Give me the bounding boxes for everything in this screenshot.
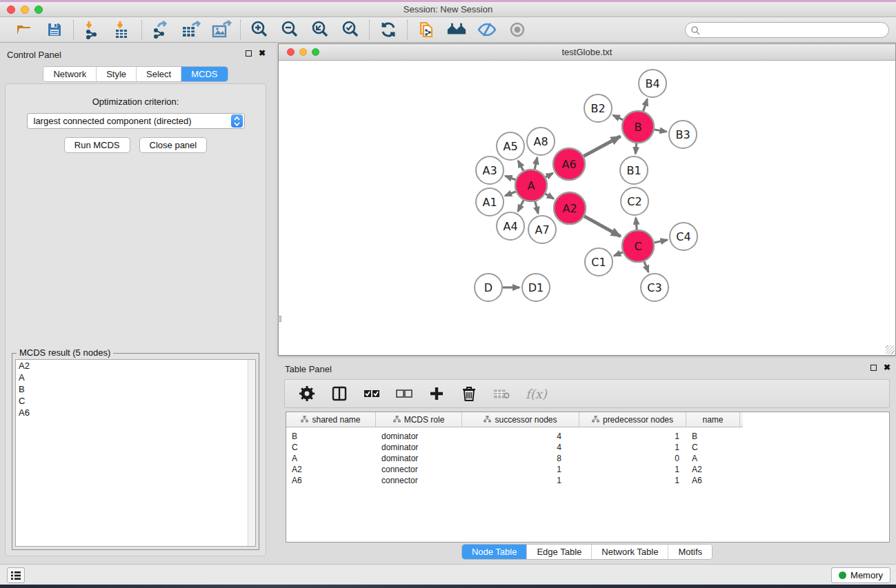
node-table[interactable]: shared nameMCDS rolesuccessor nodesprede…	[286, 412, 890, 543]
table-cell[interactable]: 1	[462, 464, 579, 475]
table-cell[interactable]: 4	[462, 431, 579, 442]
table-row[interactable]: Bdominator41B	[286, 431, 889, 442]
export-table-icon[interactable]	[181, 19, 201, 40]
import-network-icon[interactable]	[82, 19, 103, 40]
table-row[interactable]: Adominator80A	[286, 453, 889, 464]
table-cell[interactable]: A2	[286, 464, 376, 475]
table-row[interactable]: A2connector11A2	[286, 464, 889, 475]
graph-edge-A-A6[interactable]	[546, 173, 553, 177]
graph-edge-B-B4[interactable]	[644, 99, 648, 111]
graph-edge-A6-B[interactable]	[584, 136, 620, 156]
column-header-name[interactable]: name	[686, 412, 740, 427]
tab-select[interactable]: Select	[137, 67, 181, 81]
graph-node-C[interactable]: C	[622, 230, 654, 262]
graph-edge-C-C1[interactable]	[614, 252, 622, 256]
graph-node-A3[interactable]: A3	[476, 156, 504, 184]
zoom-in-icon[interactable]	[249, 19, 270, 40]
graph-edge-B-B1[interactable]	[635, 143, 636, 154]
graph-edge-B-B2[interactable]	[613, 115, 623, 120]
table-cell[interactable]: 4	[462, 442, 579, 453]
graph-node-D1[interactable]: D1	[522, 274, 550, 301]
table-cell[interactable]: connector	[376, 475, 462, 486]
close-panel-button[interactable]: Close panel	[139, 137, 208, 153]
export-image-icon[interactable]	[211, 19, 232, 40]
tab-style[interactable]: Style	[97, 67, 137, 81]
table-cell[interactable]: 0	[579, 453, 686, 464]
graph-edge-C-C3[interactable]	[644, 261, 648, 272]
table-cell[interactable]: connector	[376, 464, 462, 475]
import-table-icon[interactable]	[112, 19, 133, 40]
graph-node-A6[interactable]: A6	[553, 148, 585, 180]
mcds-result-item[interactable]: A2	[16, 360, 255, 372]
mcds-result-item[interactable]: C	[16, 395, 255, 407]
graph-edge-A-A5[interactable]	[518, 161, 524, 171]
table-cell[interactable]: A6	[686, 475, 740, 486]
select-all-icon[interactable]	[364, 385, 380, 402]
close-table-panel-icon[interactable]: ✖	[884, 364, 890, 371]
graph-node-A4[interactable]: A4	[497, 212, 524, 240]
graph-node-B1[interactable]: B1	[620, 156, 648, 184]
table-cell[interactable]: A	[686, 453, 740, 464]
scrollbar-track[interactable]	[248, 360, 255, 546]
network-canvas[interactable]: B4B2BB3B1C2A5A8A6A3AA1A2A4A7CC4C1C3DD1	[279, 61, 895, 355]
graph-node-C3[interactable]: C3	[641, 274, 668, 301]
tab-mcds[interactable]: MCDS	[181, 67, 227, 81]
graph-node-B[interactable]: B	[622, 111, 654, 143]
refresh-icon[interactable]	[378, 19, 399, 40]
graph-edge-A-A2[interactable]	[546, 194, 554, 199]
float-table-panel-icon[interactable]	[870, 365, 877, 371]
table-cell[interactable]: dominator	[376, 442, 462, 453]
graph-node-B4[interactable]: B4	[639, 70, 666, 97]
graph-node-C1[interactable]: C1	[585, 248, 613, 276]
graph-node-D[interactable]: D	[475, 274, 502, 301]
tab-network[interactable]: Network	[43, 67, 97, 81]
graph-edge-A-A3[interactable]	[506, 176, 516, 179]
graph-edge-A-A7[interactable]	[535, 201, 538, 213]
graph-edge-A-A1[interactable]	[505, 192, 515, 196]
column-header-successor-nodes[interactable]: successor nodes	[462, 412, 579, 427]
table-cell[interactable]: C	[686, 442, 740, 453]
table-cell[interactable]: 1	[579, 442, 686, 453]
graph-node-C2[interactable]: C2	[621, 187, 648, 215]
split-resize-handle[interactable]	[278, 316, 281, 322]
delete-icon[interactable]	[461, 385, 477, 402]
graph-node-A1[interactable]: A1	[476, 188, 504, 216]
mcds-result-item[interactable]: A	[16, 372, 255, 383]
zoom-out-icon[interactable]	[279, 19, 300, 40]
function-builder-icon[interactable]: f(x)	[526, 387, 547, 401]
table-row[interactable]: A6connector11A6	[286, 475, 889, 486]
show-panel-eye-icon[interactable]	[507, 19, 528, 40]
zoom-fit-icon[interactable]	[310, 19, 330, 40]
float-panel-icon[interactable]	[246, 50, 252, 57]
table-cell[interactable]: C	[286, 442, 376, 453]
save-session-icon[interactable]	[44, 19, 65, 40]
export-network-icon[interactable]	[150, 19, 171, 40]
table-cell[interactable]: 1	[579, 475, 686, 486]
graph-node-A7[interactable]: A7	[528, 216, 556, 243]
graph-node-C4[interactable]: C4	[670, 223, 697, 250]
memory-button[interactable]: Memory	[831, 567, 890, 583]
graph-edge-A-A8[interactable]	[535, 157, 537, 169]
table-row[interactable]: Cdominator41C	[286, 442, 889, 453]
table-cell[interactable]: B	[686, 431, 740, 442]
graph-node-B3[interactable]: B3	[669, 121, 697, 148]
add-column-icon[interactable]	[428, 385, 445, 402]
tab-network-table[interactable]: Network Table	[592, 545, 668, 559]
graph-edge-A-A4[interactable]	[518, 200, 524, 211]
column-header-MCDS-role[interactable]: MCDS role	[376, 412, 462, 427]
run-mcds-button[interactable]: Run MCDS	[64, 137, 130, 153]
table-cell[interactable]: 1	[579, 464, 686, 475]
mcds-result-item[interactable]: A6	[16, 407, 255, 418]
tab-node-table[interactable]: Node Table	[462, 545, 528, 559]
table-cell[interactable]: A	[286, 453, 376, 464]
table-cell[interactable]: 1	[579, 431, 686, 442]
close-panel-icon[interactable]: ✖	[259, 50, 266, 57]
table-cell[interactable]: A6	[286, 475, 376, 486]
duplicate-network-icon[interactable]	[416, 19, 437, 40]
graph-node-A5[interactable]: A5	[497, 132, 524, 160]
tab-motifs[interactable]: Motifs	[668, 545, 712, 559]
network-window-titlebar[interactable]: testGlobe.txt	[279, 44, 895, 61]
graph-edge-C-C4[interactable]	[654, 240, 667, 243]
delete-table-icon[interactable]	[493, 385, 510, 402]
home-icon[interactable]	[446, 19, 467, 40]
